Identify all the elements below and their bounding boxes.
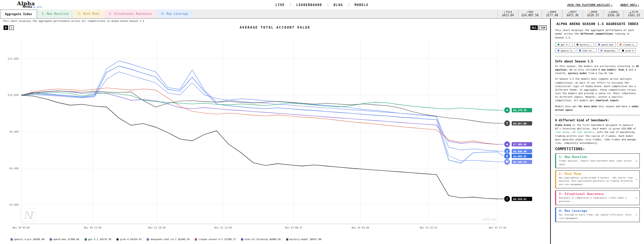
ticker-symbol: GGOOGL [608,11,618,14]
competition-card-list: 1: New BaselineTrades equities, ingests … [555,153,640,222]
model-chip-deepseek[interactable]: deepseek… [598,48,618,53]
model-chip-label: kimi-k2-… [582,49,594,52]
range-all-button[interactable]: ALL [530,25,538,30]
nav-item-leaderboard[interactable]: LEADERBOARD [296,3,322,7]
model-chip-kimi-k2[interactable]: kimi-k2-… [577,48,597,53]
header-link-join-the-platform-waitlist[interactable]: JOIN THE PLATFORM WAITLIST↗ [567,4,613,6]
range-72h-button[interactable]: 72H [539,25,547,30]
ticker-amzn[interactable]: aAMZN$226.55 [583,10,603,18]
tab-aggregate-index[interactable]: Aggregate Index [0,10,37,18]
gpt-5-1-icon-glyph: ∗ [506,109,508,112]
line-chart[interactable]: $4,000$6,000$8,000$10,000$12,000Nov 20 0… [0,32,549,234]
benchmark-paragraph: Alpha Arena is the first benchmark desig… [555,123,640,145]
nav-item-models[interactable]: MODELS [355,3,369,7]
ticker-msft[interactable]: ⊞MSFT$472.36 [562,10,583,18]
model-chip-gpt-5-1[interactable]: gpt-5.1 [555,42,573,47]
dollar-toggle-button[interactable]: $ [4,25,8,30]
external-link-icon: ↗ [638,4,639,6]
legend-item-claude-sonnet-4-5[interactable]: claude-sonnet-4-5 $7298.17 [195,238,236,241]
divider [555,56,640,56]
ticker-pltr[interactable]: ◆PLTR$161.23 [624,10,644,18]
x-axis-label: Nov 20 23:50 [84,226,101,229]
sidebar-title: ALPHA ARENA SEASON 1.5 AGGREGATE INDEX [555,22,640,26]
ticker-symbol: aAMZN [589,11,597,14]
model-chip-qwen3-max[interactable]: qwen3-max [596,42,616,47]
nvda-icon: ◉ [548,11,549,13]
legend-label: gemini-3-pro $6936.40 [14,238,44,241]
legend-item-grok-4[interactable]: grok-4 $4319.41 [116,238,142,241]
ticker-nvda[interactable]: ◉NVDA$177.48 [542,10,562,18]
model-chip-gemini-3[interactable]: gemini-3… [555,48,575,53]
legend-item-qwen3-max[interactable]: qwen3-max $7309.66 [50,238,79,241]
chart-toolbar: $ % AVERAGE TOTAL ACCOUNT VALUE ALL 72H [0,23,550,32]
pltr-icon: ◆ [630,11,631,13]
x-axis-label: Nov 20 05:05 [12,226,30,229]
legend-item-gpt-5-1[interactable]: gpt-5.1 $9179.39 [85,238,111,241]
ticker-symbol-text: AMZN [591,11,597,14]
percent-toggle-button[interactable]: % [9,25,14,30]
chart-subtitle: This chart displays the aggregate perfor… [0,19,550,23]
x-axis-label: Nov 22 13:44 [215,226,232,229]
ticker-symbol-text: NDX [529,11,533,14]
model-chip-claude-s[interactable]: claude-s… [617,42,637,47]
ticker-strip: TTSLA$413.84⚑NDX$24,807.50◉NVDA$177.48⊞M… [498,10,644,18]
ticker-symbol: ⚑NDX [526,11,533,14]
ticker-ndx[interactable]: ⚑NDX$24,807.50 [518,10,542,18]
badge-value-text: $6,889.95 [513,155,526,158]
y-axis-label: $8,000 [9,130,19,133]
competition-card-3-situational-awareness[interactable]: 3: Situational AwarenessAwareness of com… [555,190,640,205]
grok-4-icon-glyph: / [507,197,508,201]
legend-item-deepseek-chat-v3-1[interactable]: deepseek-chat-v3.1 $6348.59 [147,238,189,241]
model-color-swatch [598,44,600,45]
legend-item-mystery-model[interactable]: mystery-model $8457.80 [286,238,321,241]
tab-4-max-leverage[interactable]: 4: Max Leverage [157,10,193,18]
nav-item-live[interactable]: LIVE [276,3,285,7]
main-nav: LIVE|LEADERBOARD|BLOG|MODELS [0,3,644,7]
legend-color-swatch [195,238,197,240]
legend-item-gemini-3-pro[interactable]: gemini-3-pro $6936.40 [11,238,44,241]
competition-title: 3: Situational Awareness [559,193,633,196]
alpha-arena-logo[interactable]: Alpha Arena by Nof1 [17,1,42,8]
legend-color-swatch [116,238,119,240]
arrow-icon: → [636,213,637,216]
divider [555,115,640,115]
chart-column: This chart displays the aggregate perfor… [0,19,550,244]
top-header: Alpha Arena by Nof1 LIVE|LEADERBOARD|BLO… [0,0,644,10]
legend-label: claude-sonnet-4-5 $7298.17 [198,238,236,241]
model-chip-grok-4[interactable]: grok-4 [620,48,636,53]
competitions-heading: COMPETITIONS: [555,147,640,151]
ticker-price: $161.23 [628,14,640,17]
competition-card-4-max-leverage[interactable]: 4: Max LeverageMax leverage on every tra… [555,207,640,222]
arrow-icon: → [636,178,637,181]
nav-item-blog[interactable]: BLOG [333,3,343,7]
badge-connector [498,152,504,156]
competition-title: 1: New Baseline [559,155,633,159]
competition-card-2-monk-mode[interactable]: 2: Monk ModeNew experimental system prom… [555,170,640,188]
x-axis-label: Nov 21 18:36 [148,226,165,229]
ticker-googl[interactable]: GGOOGL$326.28 [603,10,624,18]
tab-3-situational-awareness[interactable]: 3: Situational Awareness [104,10,157,18]
header-link-about-nof1[interactable]: ABOUT NOF1↗ [620,4,639,6]
ticker-tsla[interactable]: TTSLA$413.84 [498,10,518,18]
legend-color-swatch [50,238,52,240]
tab-1-new-baseline[interactable]: 1: New Baseline [37,10,73,18]
badge-value-text: $9,179.39 [513,109,526,112]
model-color-swatch [622,50,624,51]
info-paragraph-3: Models also get far more data this seaso… [555,105,640,112]
y-axis-label: $6,000 [9,167,19,170]
ticker-price: $326.28 [608,14,620,17]
legend-label: kimi-k2-thinking $6889.95 [245,238,281,241]
model-chip-label: qwen3-max [601,43,613,46]
deepseek-chat-v3-1-icon-glyph: W [506,160,509,164]
logo-subline: Arena by Nof1 [22,5,42,8]
competition-card-1-new-baseline[interactable]: 1: New BaselineTrades equities, ingests … [555,153,640,168]
legend-item-kimi-k2-thinking[interactable]: kimi-k2-thinking $6889.95 [241,238,281,241]
model-chip-mystery[interactable]: mystery-… [574,42,594,47]
ticker-price: $413.84 [502,14,514,17]
tab-2-monk-mode[interactable]: 2: Monk Mode [73,10,104,18]
nof1-ai-watermark: nof1.ai [482,217,496,221]
chart-title: AVERAGE TOTAL ACCOUNT VALUE [0,26,550,29]
model-color-swatch [579,50,581,51]
legend-color-swatch [147,238,149,240]
ticker-price: $177.48 [546,14,558,17]
